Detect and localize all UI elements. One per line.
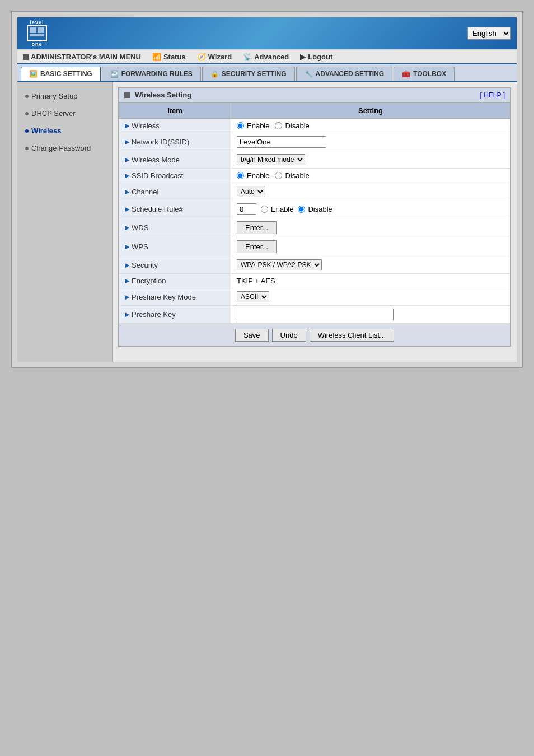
language-select[interactable]: English Chinese Spanish [467,27,511,40]
tab-advanced-setting[interactable]: 🔧 ADVANCED SETTING [296,67,392,81]
action-row: Save Undo Wireless Client List... [119,324,510,346]
schedule-group: Enable Disable [237,203,504,215]
setting-wds: Enter... [231,218,510,237]
bullet-change-password [25,147,29,150]
ssid-enable-option[interactable]: Enable [237,171,269,180]
item-label-network-id: ▶ Network ID(SSID) [125,138,225,146]
svg-rect-0 [30,27,36,33]
nav-advanced[interactable]: 📡 Advanced [243,53,289,61]
wizard-icon: 🧭 [197,53,206,61]
setting-panel: Wireless Setting [ HELP ] Item Setting [118,87,511,347]
panel-title-icon [124,92,130,98]
label-ssid-broadcast: SSID Broadcast [132,171,184,180]
tab-toolbox[interactable]: 🧰 TOOLBOX [394,67,455,81]
arrow-wps: ▶ [125,243,129,250]
channel-select[interactable]: Auto 123 456 789 1011 [237,186,265,197]
item-label-schedule-rule: ▶ Schedule Rule# [125,205,225,213]
schedule-disable-option[interactable]: Disable [298,205,332,213]
arrow-preshare-key-mode: ▶ [125,293,129,301]
save-button[interactable]: Save [235,329,269,342]
item-label-security: ▶ Security [125,261,225,269]
table-row-wireless-mode: ▶ Wireless Mode b/g/n Mixed mode b only … [119,151,510,169]
ssid-radio-group: Enable Disable [237,171,504,180]
sidebar-item-change-password[interactable]: Change Password [17,139,112,157]
status-icon: 📶 [152,53,161,61]
wireless-client-list-button[interactable]: Wireless Client List... [310,329,394,342]
nav-logout[interactable]: ▶ Logout [300,53,332,61]
nav-bar: ADMINISTRATOR's MAIN MENU 📶 Status 🧭 Wiz… [17,50,517,64]
nav-status[interactable]: 📶 Status [152,53,186,61]
ssid-disable-label: Disable [285,171,309,180]
label-wireless: Wireless [132,122,160,130]
ssid-enable-radio[interactable] [237,172,244,179]
wireless-mode-select[interactable]: b/g/n Mixed mode b only g only n only [237,154,305,165]
tab-security[interactable]: 🔒 SECURITY SETTING [202,67,295,81]
ssid-disable-option[interactable]: Disable [275,171,309,180]
sidebar-primary-label: Primary Setup [31,92,77,100]
wds-enter-button[interactable]: Enter... [237,221,277,234]
item-preshare-key-mode: ▶ Preshare Key Mode [119,288,231,306]
schedule-value-input[interactable] [237,203,256,215]
undo-button[interactable]: Undo [272,329,306,342]
label-wps: WPS [132,242,148,251]
item-security: ▶ Security [119,256,231,274]
item-network-id: ▶ Network ID(SSID) [119,133,231,151]
help-link[interactable]: [ HELP ] [480,91,505,99]
wireless-enable-option[interactable]: Enable [237,122,269,130]
security-select[interactable]: WPA-PSK / WPA2-PSK WEP WPA None [237,259,322,270]
logo-box: level one [23,21,51,46]
tab-security-label: SECURITY SETTING [222,70,287,78]
schedule-disable-radio[interactable] [298,206,305,213]
item-schedule-rule: ▶ Schedule Rule# [119,200,231,218]
language-selector-wrap[interactable]: English Chinese Spanish [467,27,511,40]
wireless-disable-radio[interactable] [275,122,282,129]
sidebar-item-wireless[interactable]: Wireless [17,122,112,139]
item-label-wds: ▶ WDS [125,223,225,232]
wireless-enable-radio[interactable] [237,122,244,129]
arrow-wireless: ▶ [125,122,129,129]
nav-title-icon [23,54,29,60]
table-row-preshare-key: ▶ Preshare Key [119,306,510,324]
arrow-wds: ▶ [125,224,129,231]
ssid-disable-radio[interactable] [275,172,282,179]
schedule-enable-radio[interactable] [261,206,268,213]
tab-forwarding[interactable]: ↩️ FORWARDING RULES [102,67,201,81]
tab-toolbox-label: TOOLBOX [413,70,446,78]
logo-area: level one [23,21,51,46]
preshare-key-input[interactable] [237,309,394,320]
item-channel: ▶ Channel [119,183,231,200]
item-wps: ▶ WPS [119,237,231,256]
wps-enter-button[interactable]: Enter... [237,240,277,253]
nav-wizard[interactable]: 🧭 Wizard [197,53,232,61]
arrow-network-id: ▶ [125,138,129,146]
wireless-disable-option[interactable]: Disable [275,122,309,130]
table-row-schedule-rule: ▶ Schedule Rule# Enable [119,200,510,218]
svg-rect-2 [38,27,44,33]
tab-bar: 🖼️ BASIC SETTING ↩️ FORWARDING RULES 🔒 S… [17,64,517,82]
table-row-wds: ▶ WDS Enter... [119,218,510,237]
setting-wireless-mode: b/g/n Mixed mode b only g only n only [231,151,510,169]
table-row-encryption: ▶ Encryption TKIP + AES [119,274,510,288]
panel-title: Wireless Setting [124,91,191,99]
preshare-key-mode-select[interactable]: ASCII HEX [237,291,269,302]
schedule-disable-label: Disable [308,205,332,213]
nav-advanced-label: Advanced [254,53,289,61]
item-label-channel: ▶ Channel [125,188,225,196]
wireless-radio-group: Enable Disable [237,122,504,130]
tab-basic[interactable]: 🖼️ BASIC SETTING [21,67,101,81]
label-security: Security [132,261,158,269]
label-preshare-key-mode: Preshare Key Mode [132,293,196,301]
table-row-wps: ▶ WPS Enter... [119,237,510,256]
item-label-preshare-key: ▶ Preshare Key [125,310,225,319]
schedule-enable-option[interactable]: Enable [261,205,293,213]
arrow-wireless-mode: ▶ [125,156,129,164]
sidebar-item-dhcp[interactable]: DHCP Server [17,105,112,122]
sidebar-item-primary[interactable]: Primary Setup [17,87,112,105]
table-row-network-id: ▶ Network ID(SSID) [119,133,510,151]
tab-forwarding-label: FORWARDING RULES [121,70,193,78]
bullet-dhcp [25,112,29,115]
nav-title-text: ADMINISTRATOR's MAIN MENU [31,53,141,61]
network-id-input[interactable] [237,136,326,148]
setting-wireless: Enable Disable [231,119,510,133]
table-row-wireless: ▶ Wireless Enable [119,119,510,133]
